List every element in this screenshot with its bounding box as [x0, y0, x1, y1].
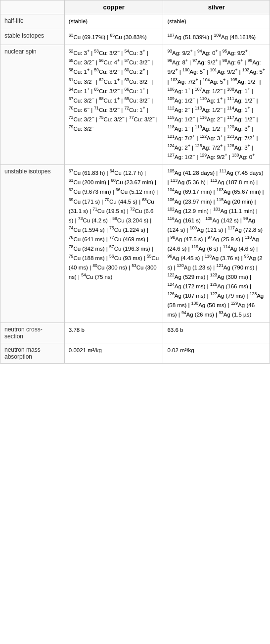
- table-row: unstable isotopes 67Cu (61.83 h) | 64Cu …: [0, 165, 270, 322]
- row-label-stable: stable isotopes: [0, 29, 65, 45]
- row-label-neutron-cross: neutron cross-section: [0, 322, 65, 343]
- row-label-neutron-mass: neutron mass absorption: [0, 343, 65, 363]
- header-silver: silver: [163, 0, 270, 14]
- silver-unstable: 105Ag (41.28 days) | 111Ag (7.45 days) |…: [163, 165, 270, 322]
- silver-neutron-mass: 0.02 m²/kg: [163, 343, 270, 363]
- copper-stable: 63Cu (69.17%) | 65Cu (30.83%): [64, 29, 163, 45]
- row-label-halflife: half-life: [0, 14, 65, 29]
- silver-nuclear-spin: 93Ag: 9/2+ | 94Ag: 0+ | 95Ag: 9/2+ | 96A…: [163, 45, 270, 165]
- header-copper: copper: [64, 0, 163, 14]
- silver-halflife: (stable): [163, 14, 270, 29]
- silver-neutron-cross: 63.6 b: [163, 322, 270, 343]
- copper-neutron-cross: 3.78 b: [64, 322, 163, 343]
- table-row: half-life (stable) (stable): [0, 14, 270, 29]
- silver-stable: 107Ag (51.839%) | 109Ag (48.161%): [163, 29, 270, 45]
- table-row: stable isotopes 63Cu (69.17%) | 65Cu (30…: [0, 29, 270, 45]
- copper-halflife: (stable): [64, 14, 163, 29]
- table-row: neutron cross-section 3.78 b 63.6 b: [0, 322, 270, 343]
- copper-neutron-mass: 0.0021 m²/kg: [64, 343, 163, 363]
- header-empty: [0, 0, 65, 14]
- row-label-nuclear-spin: nuclear spin: [0, 45, 65, 165]
- copper-nuclear-spin: 52Cu: 3+ | 53Cu: 3/2− | 54Cu: 3+ | 55Cu:…: [64, 45, 163, 165]
- row-label-unstable: unstable isotopes: [0, 165, 65, 322]
- copper-unstable: 67Cu (61.83 h) | 64Cu (12.7 h) | 61Cu (2…: [64, 165, 163, 322]
- table-row: neutron mass absorption 0.0021 m²/kg 0.0…: [0, 343, 270, 363]
- table-row: nuclear spin 52Cu: 3+ | 53Cu: 3/2− | 54C…: [0, 45, 270, 165]
